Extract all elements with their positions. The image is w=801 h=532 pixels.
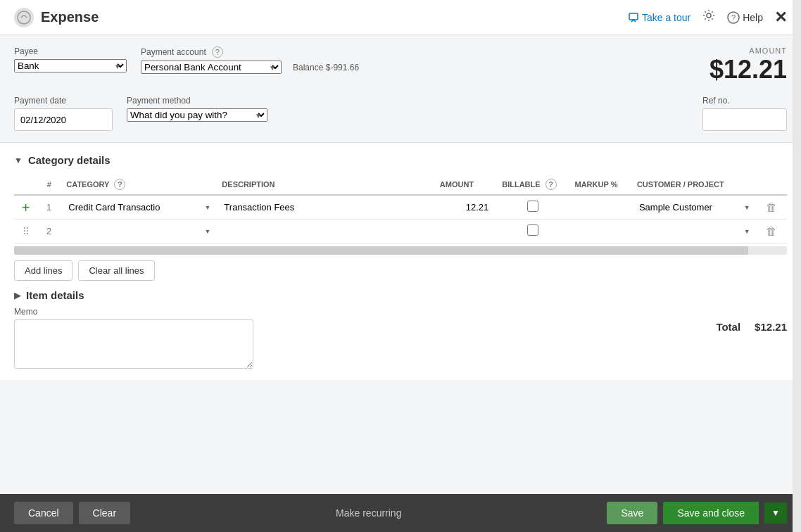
memo-group: Memo — [14, 307, 253, 369]
ref-no-label: Ref no. — [702, 96, 787, 106]
help-button[interactable]: ? Help — [727, 11, 763, 24]
help-circle-icon: ? — [727, 11, 740, 24]
category-table: # CATEGORY ? DESCRIPTION AMOUNT — [14, 175, 787, 243]
page-title: Expense — [41, 9, 628, 25]
row2-description-input[interactable] — [219, 222, 431, 240]
payment-method-label: Payment method — [127, 96, 267, 106]
main-content: Payee Bank Payment account ? Personal Ba… — [0, 35, 801, 494]
right-scrollbar[interactable] — [793, 0, 801, 532]
row2-description-cell — [216, 220, 434, 243]
total-label: Total — [716, 321, 740, 333]
item-details-collapse-icon: ▶ — [14, 291, 20, 300]
row2-billable-checkbox[interactable] — [527, 224, 538, 236]
category-details-section: ▼ Category details # CATEGORY ? — [0, 143, 801, 380]
category-details-header[interactable]: ▼ Category details — [14, 154, 787, 166]
close-button[interactable]: ✕ — [774, 8, 787, 27]
payment-date-label: Payment date — [14, 96, 113, 106]
gear-icon — [702, 8, 716, 23]
category-help-icon[interactable]: ? — [114, 179, 125, 190]
settings-button[interactable] — [702, 8, 716, 26]
category-details-label: Category details — [28, 154, 111, 166]
footer-middle: Make recurring — [136, 507, 601, 519]
row2-drag-cell: ⠿ — [14, 220, 37, 243]
svg-text:?: ? — [731, 13, 736, 22]
save-and-close-button[interactable]: Save and close — [663, 502, 759, 524]
memo-input[interactable] — [14, 319, 253, 369]
ref-no-input[interactable] — [702, 108, 787, 131]
item-details-header[interactable]: ▶ Item details — [14, 289, 787, 301]
row1-category-cell: Credit Card Transactio — [61, 195, 216, 220]
row1-category-select[interactable]: Credit Card Transactio — [63, 198, 213, 216]
amount-value: $12.21 — [709, 55, 787, 84]
row2-delete-cell: 🗑 — [756, 220, 787, 243]
payment-account-help-icon[interactable]: ? — [212, 46, 223, 58]
payee-label: Payee — [14, 46, 127, 56]
col-customer: CUSTOMER / PROJECT — [631, 175, 756, 195]
col-num: # — [37, 175, 61, 195]
payee-select-container: Bank — [14, 59, 127, 72]
row2-delete-button[interactable]: 🗑 — [766, 225, 777, 238]
add-lines-button[interactable]: Add lines — [14, 260, 72, 281]
row2-category-select[interactable] — [63, 222, 213, 240]
save-close-dropdown-button[interactable]: ▼ — [764, 502, 787, 524]
row2-category-select-container — [63, 222, 213, 240]
svg-point-0 — [18, 11, 30, 24]
total-group: Total $12.21 — [716, 321, 787, 333]
row1-description-cell — [216, 195, 434, 220]
row2-markup-cell — [569, 220, 631, 243]
table-scrollbar-thumb — [14, 246, 748, 255]
row1-amount-cell — [434, 195, 496, 220]
row1-delete-button[interactable]: 🗑 — [766, 201, 777, 214]
billable-help-icon[interactable]: ? — [545, 179, 557, 190]
col-amount: AMOUNT — [434, 175, 496, 195]
row1-description-input[interactable] — [219, 198, 431, 216]
col-markup: MARKUP % — [569, 175, 631, 195]
clear-button[interactable]: Clear — [79, 502, 130, 524]
make-recurring-button[interactable]: Make recurring — [336, 507, 401, 519]
payment-date-group: Payment date 02/12/2020 — [14, 96, 113, 131]
tour-icon — [628, 12, 639, 23]
category-table-container: # CATEGORY ? DESCRIPTION AMOUNT — [14, 175, 787, 243]
row2-markup-input[interactable] — [572, 222, 629, 240]
footer: Cancel Clear Make recurring Save Save an… — [0, 494, 801, 532]
payment-date-input[interactable]: 02/12/2020 — [14, 108, 113, 131]
payment-account-select-container: Personal Bank Account — [141, 61, 282, 74]
row1-billable-cell — [496, 195, 569, 220]
cancel-button[interactable]: Cancel — [14, 502, 73, 524]
take-a-tour-link[interactable]: Take a tour — [628, 12, 690, 23]
total-value: $12.21 — [755, 321, 787, 333]
row2-customer-cell — [631, 220, 756, 243]
payee-select[interactable]: Bank — [14, 59, 127, 72]
svg-point-2 — [707, 13, 711, 18]
payment-method-select-container: What did you pay with? — [127, 108, 267, 122]
row2-amount-input[interactable] — [444, 222, 493, 240]
memo-label: Memo — [14, 307, 253, 317]
payment-method-select[interactable]: What did you pay with? — [127, 108, 267, 122]
memo-total-row: Memo Total $12.21 — [14, 307, 787, 369]
amount-label: AMOUNT — [709, 46, 787, 55]
amount-section: AMOUNT $12.21 — [709, 46, 787, 84]
col-category: CATEGORY ? — [61, 175, 216, 195]
payment-method-group: Payment method What did you pay with? — [127, 96, 267, 122]
table-actions: Add lines Clear all lines — [14, 260, 787, 281]
category-collapse-icon: ▼ — [14, 156, 23, 165]
row2-drag-handle: ⠿ — [23, 226, 30, 237]
table-scrollbar[interactable] — [14, 246, 787, 255]
row1-billable-checkbox[interactable] — [527, 201, 538, 212]
clear-all-lines-button[interactable]: Clear all lines — [78, 260, 154, 281]
payment-account-select[interactable]: Personal Bank Account — [141, 61, 282, 74]
payee-group: Payee Bank — [14, 46, 127, 72]
col-delete — [756, 175, 787, 195]
row1-num: 1 — [37, 195, 61, 220]
row1-customer-cell: Sample Customer — [631, 195, 756, 220]
row1-markup-input[interactable] — [572, 198, 629, 216]
row2-customer-select[interactable] — [634, 222, 753, 240]
add-row-button[interactable]: + — [22, 201, 30, 215]
col-billable: BILLABLE ? — [496, 175, 569, 195]
row1-markup-cell — [569, 195, 631, 220]
row2-category-cell — [61, 220, 216, 243]
table-row: + 1 Credit Card Transactio — [14, 195, 787, 220]
row1-customer-select[interactable]: Sample Customer — [634, 198, 753, 216]
save-button[interactable]: Save — [607, 502, 657, 524]
row1-amount-input[interactable] — [444, 198, 493, 216]
